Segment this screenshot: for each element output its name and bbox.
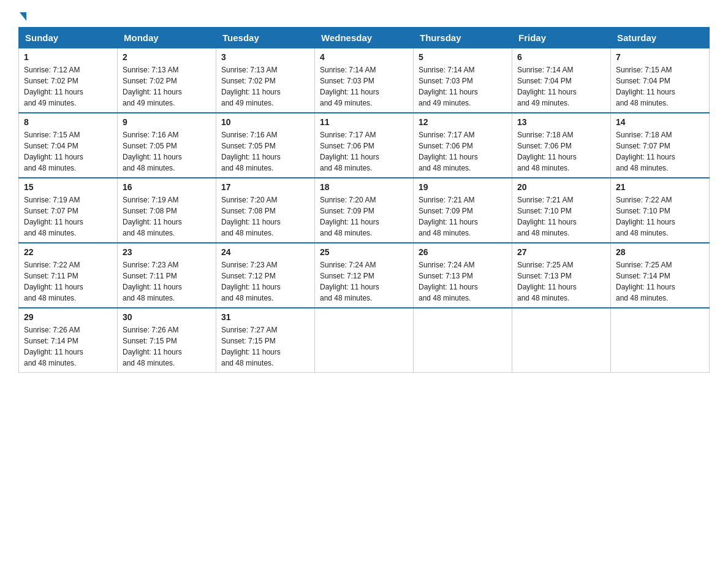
day-number: 21 <box>616 182 704 192</box>
calendar-cell <box>512 308 611 373</box>
calendar-cell: 2 Sunrise: 7:13 AMSunset: 7:02 PMDayligh… <box>118 48 216 113</box>
day-number: 15 <box>24 182 112 192</box>
day-info: Sunrise: 7:23 AMSunset: 7:11 PMDaylight:… <box>123 261 182 302</box>
day-info: Sunrise: 7:25 AMSunset: 7:14 PMDaylight:… <box>616 261 675 302</box>
calendar-cell <box>315 308 414 373</box>
page-header <box>18 12 710 21</box>
calendar-cell: 19 Sunrise: 7:21 AMSunset: 7:09 PMDaylig… <box>414 178 512 243</box>
calendar-header-row: SundayMondayTuesdayWednesdayThursdayFrid… <box>19 28 710 48</box>
calendar-cell: 30 Sunrise: 7:26 AMSunset: 7:15 PMDaylig… <box>118 308 216 373</box>
day-info: Sunrise: 7:25 AMSunset: 7:13 PMDaylight:… <box>517 261 577 302</box>
day-info: Sunrise: 7:14 AMSunset: 7:04 PMDaylight:… <box>517 66 577 107</box>
day-info: Sunrise: 7:20 AMSunset: 7:09 PMDaylight:… <box>320 196 379 237</box>
logo-triangle-icon <box>20 12 26 21</box>
day-info: Sunrise: 7:17 AMSunset: 7:06 PMDaylight:… <box>320 131 379 172</box>
calendar-cell: 27 Sunrise: 7:25 AMSunset: 7:13 PMDaylig… <box>512 243 611 308</box>
calendar-header-friday: Friday <box>512 28 611 48</box>
calendar-cell: 25 Sunrise: 7:24 AMSunset: 7:12 PMDaylig… <box>315 243 414 308</box>
calendar-cell: 4 Sunrise: 7:14 AMSunset: 7:03 PMDayligh… <box>315 48 414 113</box>
calendar-week-row: 22 Sunrise: 7:22 AMSunset: 7:11 PMDaylig… <box>19 243 710 308</box>
calendar-cell: 8 Sunrise: 7:15 AMSunset: 7:04 PMDayligh… <box>19 113 118 178</box>
day-number: 2 <box>123 52 211 62</box>
day-number: 12 <box>419 117 507 127</box>
day-info: Sunrise: 7:20 AMSunset: 7:08 PMDaylight:… <box>221 196 281 237</box>
calendar-cell: 10 Sunrise: 7:16 AMSunset: 7:05 PMDaylig… <box>216 113 315 178</box>
calendar-cell: 22 Sunrise: 7:22 AMSunset: 7:11 PMDaylig… <box>19 243 118 308</box>
calendar-header-saturday: Saturday <box>611 28 710 48</box>
day-number: 10 <box>221 117 309 127</box>
calendar-cell: 26 Sunrise: 7:24 AMSunset: 7:13 PMDaylig… <box>414 243 512 308</box>
calendar-cell: 3 Sunrise: 7:13 AMSunset: 7:02 PMDayligh… <box>216 48 315 113</box>
day-number: 26 <box>419 247 507 257</box>
calendar-cell: 20 Sunrise: 7:21 AMSunset: 7:10 PMDaylig… <box>512 178 611 243</box>
calendar-header-tuesday: Tuesday <box>216 28 315 48</box>
day-info: Sunrise: 7:24 AMSunset: 7:13 PMDaylight:… <box>419 261 478 302</box>
day-number: 17 <box>221 182 309 192</box>
day-number: 23 <box>123 247 211 257</box>
day-info: Sunrise: 7:17 AMSunset: 7:06 PMDaylight:… <box>419 131 478 172</box>
day-number: 6 <box>517 52 605 62</box>
day-number: 24 <box>221 247 309 257</box>
day-number: 13 <box>517 117 605 127</box>
day-info: Sunrise: 7:16 AMSunset: 7:05 PMDaylight:… <box>123 131 182 172</box>
day-number: 31 <box>221 312 309 322</box>
calendar-week-row: 1 Sunrise: 7:12 AMSunset: 7:02 PMDayligh… <box>19 48 710 113</box>
calendar-cell: 15 Sunrise: 7:19 AMSunset: 7:07 PMDaylig… <box>19 178 118 243</box>
day-number: 19 <box>419 182 507 192</box>
calendar-cell: 29 Sunrise: 7:26 AMSunset: 7:14 PMDaylig… <box>19 308 118 373</box>
calendar-cell: 16 Sunrise: 7:19 AMSunset: 7:08 PMDaylig… <box>118 178 216 243</box>
day-number: 4 <box>320 52 408 62</box>
calendar-cell: 21 Sunrise: 7:22 AMSunset: 7:10 PMDaylig… <box>611 178 710 243</box>
calendar-cell: 14 Sunrise: 7:18 AMSunset: 7:07 PMDaylig… <box>611 113 710 178</box>
day-number: 5 <box>419 52 507 62</box>
calendar-table: SundayMondayTuesdayWednesdayThursdayFrid… <box>18 27 710 373</box>
day-info: Sunrise: 7:16 AMSunset: 7:05 PMDaylight:… <box>221 131 281 172</box>
calendar-cell <box>611 308 710 373</box>
day-info: Sunrise: 7:22 AMSunset: 7:11 PMDaylight:… <box>24 261 83 302</box>
calendar-cell: 7 Sunrise: 7:15 AMSunset: 7:04 PMDayligh… <box>611 48 710 113</box>
day-number: 25 <box>320 247 408 257</box>
day-info: Sunrise: 7:13 AMSunset: 7:02 PMDaylight:… <box>221 66 281 107</box>
day-number: 11 <box>320 117 408 127</box>
day-number: 30 <box>123 312 211 322</box>
day-info: Sunrise: 7:18 AMSunset: 7:07 PMDaylight:… <box>616 131 675 172</box>
calendar-week-row: 29 Sunrise: 7:26 AMSunset: 7:14 PMDaylig… <box>19 308 710 373</box>
calendar-cell <box>414 308 512 373</box>
day-info: Sunrise: 7:12 AMSunset: 7:02 PMDaylight:… <box>24 66 83 107</box>
calendar-cell: 6 Sunrise: 7:14 AMSunset: 7:04 PMDayligh… <box>512 48 611 113</box>
calendar-header-sunday: Sunday <box>19 28 118 48</box>
day-number: 20 <box>517 182 605 192</box>
day-info: Sunrise: 7:27 AMSunset: 7:15 PMDaylight:… <box>221 326 281 367</box>
day-info: Sunrise: 7:15 AMSunset: 7:04 PMDaylight:… <box>616 66 675 107</box>
calendar-header-monday: Monday <box>118 28 216 48</box>
calendar-header-thursday: Thursday <box>414 28 512 48</box>
day-info: Sunrise: 7:26 AMSunset: 7:14 PMDaylight:… <box>24 326 83 367</box>
calendar-week-row: 15 Sunrise: 7:19 AMSunset: 7:07 PMDaylig… <box>19 178 710 243</box>
calendar-cell: 23 Sunrise: 7:23 AMSunset: 7:11 PMDaylig… <box>118 243 216 308</box>
calendar-header-wednesday: Wednesday <box>315 28 414 48</box>
day-number: 7 <box>616 52 704 62</box>
calendar-cell: 31 Sunrise: 7:27 AMSunset: 7:15 PMDaylig… <box>216 308 315 373</box>
day-info: Sunrise: 7:15 AMSunset: 7:04 PMDaylight:… <box>24 131 83 172</box>
day-info: Sunrise: 7:24 AMSunset: 7:12 PMDaylight:… <box>320 261 379 302</box>
calendar-cell: 17 Sunrise: 7:20 AMSunset: 7:08 PMDaylig… <box>216 178 315 243</box>
day-info: Sunrise: 7:22 AMSunset: 7:10 PMDaylight:… <box>616 196 675 237</box>
calendar-week-row: 8 Sunrise: 7:15 AMSunset: 7:04 PMDayligh… <box>19 113 710 178</box>
calendar-cell: 5 Sunrise: 7:14 AMSunset: 7:03 PMDayligh… <box>414 48 512 113</box>
day-info: Sunrise: 7:21 AMSunset: 7:09 PMDaylight:… <box>419 196 478 237</box>
calendar-cell: 9 Sunrise: 7:16 AMSunset: 7:05 PMDayligh… <box>118 113 216 178</box>
day-number: 27 <box>517 247 605 257</box>
day-number: 16 <box>123 182 211 192</box>
day-info: Sunrise: 7:23 AMSunset: 7:12 PMDaylight:… <box>221 261 281 302</box>
day-number: 28 <box>616 247 704 257</box>
day-number: 8 <box>24 117 112 127</box>
day-info: Sunrise: 7:18 AMSunset: 7:06 PMDaylight:… <box>517 131 577 172</box>
day-number: 3 <box>221 52 309 62</box>
calendar-cell: 12 Sunrise: 7:17 AMSunset: 7:06 PMDaylig… <box>414 113 512 178</box>
calendar-cell: 13 Sunrise: 7:18 AMSunset: 7:06 PMDaylig… <box>512 113 611 178</box>
calendar-cell: 11 Sunrise: 7:17 AMSunset: 7:06 PMDaylig… <box>315 113 414 178</box>
calendar-cell: 28 Sunrise: 7:25 AMSunset: 7:14 PMDaylig… <box>611 243 710 308</box>
day-info: Sunrise: 7:19 AMSunset: 7:07 PMDaylight:… <box>24 196 83 237</box>
day-info: Sunrise: 7:26 AMSunset: 7:15 PMDaylight:… <box>123 326 182 367</box>
day-info: Sunrise: 7:14 AMSunset: 7:03 PMDaylight:… <box>320 66 379 107</box>
